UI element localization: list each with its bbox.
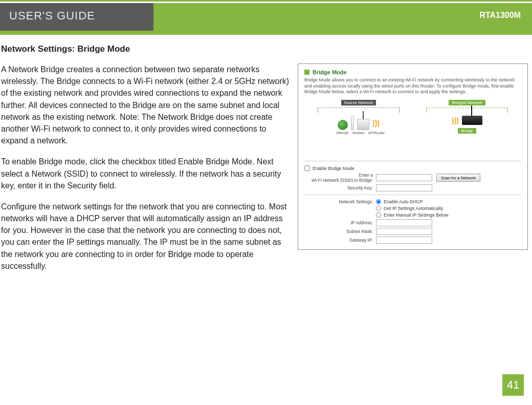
screenshot-description: Bridge Mode allows you to connect to an …	[304, 77, 521, 95]
security-key-input[interactable]	[376, 184, 432, 191]
manual-ip-radio[interactable]	[376, 212, 381, 218]
auto-dhcp-radio[interactable]	[376, 199, 381, 204]
internet-icon	[338, 120, 348, 130]
ssid-input[interactable]	[376, 174, 432, 181]
divider	[304, 195, 521, 195]
page-content: Network Settings: Bridge Mode A Network …	[0, 35, 532, 286]
paragraph: To enable Bridge mode, click the checkbo…	[1, 156, 291, 191]
screenshot-title: Bridge Mode	[313, 69, 347, 75]
header-stripe	[0, 31, 532, 35]
source-network-label: Source Network	[341, 100, 376, 105]
network-diagram: Source Network ))) Internet Modem AP/Rou…	[304, 99, 521, 156]
enable-bridge-label: Enable Bridge Mode	[313, 166, 354, 171]
body-text: A Network Bridge creates a connection be…	[1, 63, 291, 281]
paragraph: A Network Bridge creates a connection be…	[1, 63, 291, 146]
ssid-label: Enter a Wi-Fi Network (SSID) to Bridge:	[304, 173, 376, 183]
ip-address-input[interactable]	[376, 219, 432, 226]
ap-router-icon	[357, 119, 369, 130]
model-number: RTA1300M	[153, 3, 532, 31]
divider	[304, 161, 521, 161]
manual-ip-option: Enter Manual IP Settings Below	[384, 212, 448, 218]
guide-label: USER'S GUIDE	[0, 3, 153, 31]
bridge-router-icon	[462, 116, 482, 125]
auto-dhcp-option: Enable Auto DHCP	[384, 199, 423, 204]
scan-network-button[interactable]: Scan for a Network	[436, 174, 480, 182]
gateway-ip-input[interactable]	[376, 237, 432, 244]
get-ip-auto-option: Get IP Settings Automatically	[384, 206, 443, 211]
gateway-ip-label: Gateway IP:	[304, 238, 376, 243]
network-settings-label: Network Settings:	[304, 199, 376, 204]
diagram-caption: Modem	[352, 131, 365, 135]
security-key-label: Security Key:	[304, 185, 376, 190]
wifi-signal-icon: )))	[372, 119, 380, 127]
ip-address-label: IP Address:	[304, 220, 376, 225]
bridge-caption: Bridge	[458, 128, 476, 134]
paragraph: Configure the network settings for the n…	[1, 201, 291, 272]
wifi-signal-icon: )))	[452, 116, 459, 124]
diagram-caption: AP/Router	[368, 131, 382, 135]
get-ip-auto-radio[interactable]	[376, 206, 381, 211]
enable-bridge-checkbox[interactable]	[304, 165, 310, 171]
subnet-mask-label: Subnet Mask:	[304, 229, 376, 234]
section-icon	[304, 70, 309, 75]
modem-icon	[351, 116, 354, 130]
header-banner: USER'S GUIDE RTA1300M	[0, 0, 532, 31]
embedded-screenshot: Bridge Mode Bridge Mode allows you to co…	[298, 63, 528, 281]
page-number: 41	[502, 374, 524, 396]
page-title: Network Settings: Bridge Mode	[1, 44, 528, 54]
bridged-network-label: Bridged Network	[449, 100, 485, 105]
diagram-caption: Internet	[336, 131, 349, 135]
subnet-mask-input[interactable]	[376, 228, 432, 235]
